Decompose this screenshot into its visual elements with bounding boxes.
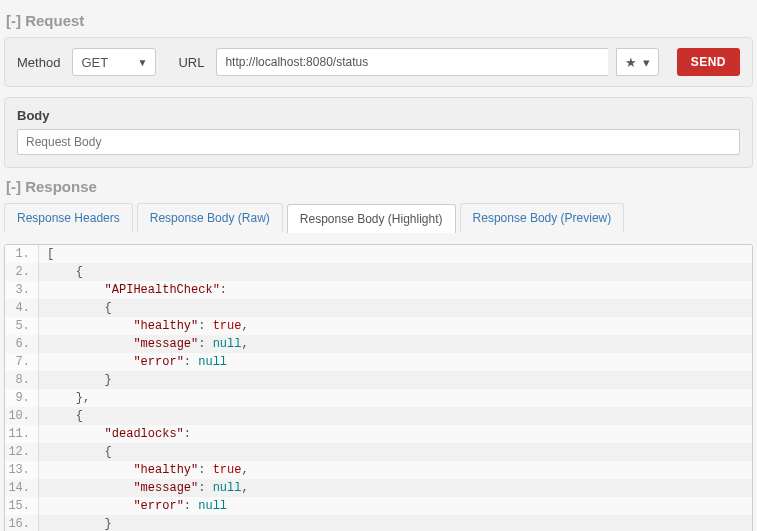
code-line: 12. { [5, 443, 752, 461]
url-favorite-dropdown[interactable]: ★ ▾ [616, 48, 659, 76]
code-content: { [39, 299, 112, 317]
code-content: { [39, 407, 83, 425]
url-label: URL [178, 55, 204, 70]
code-content: } [39, 371, 112, 389]
line-number: 4. [5, 299, 39, 317]
line-number: 6. [5, 335, 39, 353]
code-line: 4. { [5, 299, 752, 317]
code-line: 10. { [5, 407, 752, 425]
code-line: 3. "APIHealthCheck": [5, 281, 752, 299]
line-number: 14. [5, 479, 39, 497]
code-line: 6. "message": null, [5, 335, 752, 353]
line-number: 13. [5, 461, 39, 479]
request-panel: Method GET ▼ URL ★ ▾ SEND [4, 37, 753, 87]
line-number: 2. [5, 263, 39, 281]
tab-response-3[interactable]: Response Body (Preview) [460, 203, 625, 232]
code-line: 11. "deadlocks": [5, 425, 752, 443]
code-line: 7. "error": null [5, 353, 752, 371]
body-title: Body [17, 108, 740, 123]
code-line: 13. "healthy": true, [5, 461, 752, 479]
code-content: } [39, 515, 112, 531]
code-line: 8. } [5, 371, 752, 389]
request-collapse-toggle[interactable]: [-] [6, 12, 21, 29]
line-number: 7. [5, 353, 39, 371]
code-content: "message": null, [39, 479, 249, 497]
response-collapse-toggle[interactable]: [-] [6, 178, 21, 195]
method-label: Method [17, 55, 60, 70]
code-line: 9. }, [5, 389, 752, 407]
chevron-down-icon: ▼ [137, 57, 147, 68]
response-tabs: Response HeadersResponse Body (Raw)Respo… [4, 203, 753, 232]
code-line: 14. "message": null, [5, 479, 752, 497]
tab-response-0[interactable]: Response Headers [4, 203, 133, 232]
request-body-panel: Body [4, 97, 753, 168]
line-number: 15. [5, 497, 39, 515]
request-title: Request [25, 12, 84, 29]
tab-response-2[interactable]: Response Body (Highlight) [287, 204, 456, 233]
line-number: 9. [5, 389, 39, 407]
line-number: 10. [5, 407, 39, 425]
tab-response-1[interactable]: Response Body (Raw) [137, 203, 283, 232]
code-line: 2. { [5, 263, 752, 281]
line-number: 11. [5, 425, 39, 443]
url-input[interactable] [216, 48, 607, 76]
response-title: Response [25, 178, 97, 195]
code-content: "error": null [39, 497, 227, 515]
code-content: "deadlocks": [39, 425, 191, 443]
request-section-header[interactable]: [-] Request [6, 12, 753, 29]
line-number: 16. [5, 515, 39, 531]
code-content: { [39, 263, 83, 281]
code-line: 1.[ [5, 245, 752, 263]
code-line: 5. "healthy": true, [5, 317, 752, 335]
chevron-down-icon: ▾ [643, 55, 650, 70]
method-value: GET [81, 55, 108, 70]
response-section-header[interactable]: [-] Response [6, 178, 753, 195]
code-content: "healthy": true, [39, 317, 249, 335]
star-icon: ★ [625, 55, 637, 70]
line-number: 3. [5, 281, 39, 299]
request-body-input[interactable] [17, 129, 740, 155]
response-code-panel: 1.[2. {3. "APIHealthCheck":4. {5. "healt… [4, 244, 753, 531]
code-content: "APIHealthCheck": [39, 281, 227, 299]
line-number: 8. [5, 371, 39, 389]
code-line: 16. } [5, 515, 752, 531]
code-content: "healthy": true, [39, 461, 249, 479]
code-line: 15. "error": null [5, 497, 752, 515]
code-content: { [39, 443, 112, 461]
method-select[interactable]: GET ▼ [72, 48, 156, 76]
line-number: 5. [5, 317, 39, 335]
code-content: [ [39, 245, 54, 263]
code-content: }, [39, 389, 90, 407]
code-content: "message": null, [39, 335, 249, 353]
code-content: "error": null [39, 353, 227, 371]
line-number: 1. [5, 245, 39, 263]
send-button[interactable]: SEND [677, 48, 740, 76]
line-number: 12. [5, 443, 39, 461]
